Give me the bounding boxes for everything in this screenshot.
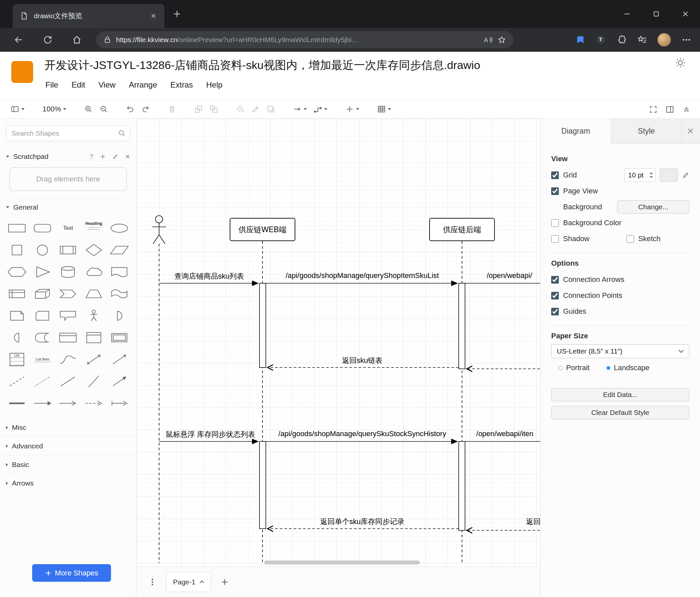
search-shapes-input[interactable]: [6, 125, 130, 141]
fullscreen-button[interactable]: [649, 105, 657, 114]
more-shapes-button[interactable]: More Shapes: [32, 564, 111, 582]
menu-help[interactable]: Help: [206, 80, 222, 90]
scratchpad-dropzone[interactable]: Drag elements here: [9, 167, 127, 191]
view-panels-button[interactable]: [10, 105, 25, 114]
shape-dashed-arrow[interactable]: [83, 396, 105, 411]
window-minimize-button[interactable]: [612, 0, 642, 28]
section-misc[interactable]: Misc: [0, 418, 136, 436]
shape-diamond[interactable]: [83, 243, 105, 257]
favorite-star-icon[interactable]: [498, 35, 506, 44]
shape-link[interactable]: [6, 396, 28, 411]
shape-ellipse[interactable]: [108, 221, 130, 236]
shape-window[interactable]: [83, 330, 105, 345]
scratchpad-add-icon[interactable]: [100, 153, 106, 160]
shape-text[interactable]: Text: [57, 221, 79, 236]
shape-diagonal-arrow[interactable]: [108, 352, 130, 367]
diagram-canvas[interactable]: 供应链WEB端 供应链后端 查询店铺商品sku列表 /api/goods/sho…: [137, 119, 540, 567]
message-label[interactable]: /open/webapi/iten: [476, 430, 533, 438]
guides-checkbox[interactable]: [551, 308, 559, 315]
connection-arrows-checkbox[interactable]: [551, 276, 559, 284]
page-tab-1[interactable]: Page-1: [166, 572, 211, 592]
shape-callout[interactable]: [57, 308, 79, 323]
shape-actor[interactable]: [83, 308, 105, 323]
menu-arrange[interactable]: Arrange: [129, 80, 157, 90]
zoom-out-button[interactable]: [99, 105, 108, 114]
shape-step[interactable]: [57, 287, 79, 301]
shape-simple-arrow[interactable]: [57, 396, 79, 411]
shape-rectangle[interactable]: [6, 221, 28, 236]
fill-color-button[interactable]: [236, 105, 245, 114]
message-label[interactable]: /api/goods/shopManage/querySkuStockSyncH…: [278, 430, 446, 438]
to-back-button[interactable]: [209, 105, 218, 114]
shape-bar-arrow[interactable]: [108, 396, 130, 411]
shape-square[interactable]: [6, 243, 28, 257]
section-general[interactable]: General: [0, 198, 136, 216]
shape-arrow[interactable]: [31, 396, 53, 411]
shape-cylinder[interactable]: [57, 265, 79, 279]
shape-list-item[interactable]: List Item: [31, 352, 53, 367]
shape-hexagon[interactable]: [6, 265, 28, 279]
grid-checkbox[interactable]: [551, 171, 559, 179]
shape-list[interactable]: List: [6, 352, 28, 367]
section-basic[interactable]: Basic: [0, 455, 136, 474]
message-label[interactable]: 鼠标悬浮 库存同步状态列表: [166, 430, 255, 439]
delete-button[interactable]: [168, 105, 176, 114]
window-close-button[interactable]: [671, 0, 700, 28]
shape-triangle[interactable]: [31, 265, 53, 279]
menu-file[interactable]: File: [45, 80, 58, 90]
shape-rounded-rectangle[interactable]: [31, 221, 53, 236]
message-label[interactable]: 返回: [526, 517, 540, 527]
new-tab-button[interactable]: [172, 9, 182, 19]
redo-button[interactable]: [141, 105, 150, 114]
shape-directional-connector[interactable]: [108, 374, 130, 389]
bookmark-icon[interactable]: [575, 35, 585, 45]
shadow-checkbox[interactable]: [551, 235, 559, 243]
stepper-arrows-icon[interactable]: [649, 171, 653, 179]
line-color-button[interactable]: [251, 105, 260, 114]
collapse-toolbar-button[interactable]: [682, 105, 691, 114]
table-button[interactable]: [377, 105, 391, 114]
background-color-checkbox[interactable]: [551, 219, 559, 227]
shape-or[interactable]: [108, 308, 130, 323]
extensions-puzzle-icon[interactable]: [617, 35, 626, 45]
portrait-radio-option[interactable]: Portrait: [558, 363, 590, 372]
shape-note[interactable]: [6, 308, 28, 323]
shape-dashed-line[interactable]: [6, 374, 28, 389]
panel-close-icon[interactable]: [687, 127, 694, 135]
shape-double-rectangle[interactable]: [108, 330, 130, 345]
section-advanced[interactable]: Advanced: [0, 436, 136, 455]
address-bar[interactable]: https://file.kkview.cn/onlinePreview?url…: [96, 31, 514, 48]
shape-parallelogram[interactable]: [108, 243, 130, 257]
message-label[interactable]: 返回单个sku库存同步记录: [320, 517, 404, 527]
favorites-hub-icon[interactable]: [637, 35, 647, 45]
grid-color-swatch[interactable]: [660, 168, 678, 182]
shape-curve[interactable]: [57, 352, 79, 367]
shape-circle[interactable]: [31, 243, 53, 257]
reload-button[interactable]: [39, 31, 56, 48]
scratchpad-help-button[interactable]: ?: [90, 153, 93, 161]
shape-line[interactable]: [57, 374, 79, 389]
zoom-in-button[interactable]: [84, 105, 93, 114]
landscape-radio-option[interactable]: Landscape: [606, 363, 650, 372]
add-page-button[interactable]: [220, 578, 229, 587]
home-button[interactable]: [68, 31, 85, 48]
shape-container[interactable]: [57, 330, 79, 345]
shape-cube[interactable]: [31, 287, 53, 301]
shape-and[interactable]: [6, 330, 28, 345]
shape-bidirectional-arrow[interactable]: [83, 352, 105, 367]
portrait-radio[interactable]: [558, 366, 563, 370]
pages-menu-icon[interactable]: [148, 577, 157, 587]
page-view-checkbox[interactable]: [551, 187, 559, 195]
waypoint-style-button[interactable]: [314, 105, 327, 114]
lifeline-box-web[interactable]: 供应链WEB端: [230, 218, 295, 241]
change-background-button[interactable]: Change...: [617, 200, 690, 214]
browser-tab[interactable]: drawio文件预览: [12, 4, 165, 28]
tab-close-icon[interactable]: [150, 12, 157, 20]
shape-document[interactable]: [108, 265, 130, 279]
scratchpad-section-header[interactable]: Scratchpad ?: [0, 147, 136, 166]
shape-trapezoid[interactable]: [83, 287, 105, 301]
menu-edit[interactable]: Edit: [72, 80, 85, 90]
connection-points-checkbox[interactable]: [551, 292, 559, 300]
insert-button[interactable]: [345, 105, 359, 114]
shape-bidirectional-connector[interactable]: [83, 374, 105, 389]
